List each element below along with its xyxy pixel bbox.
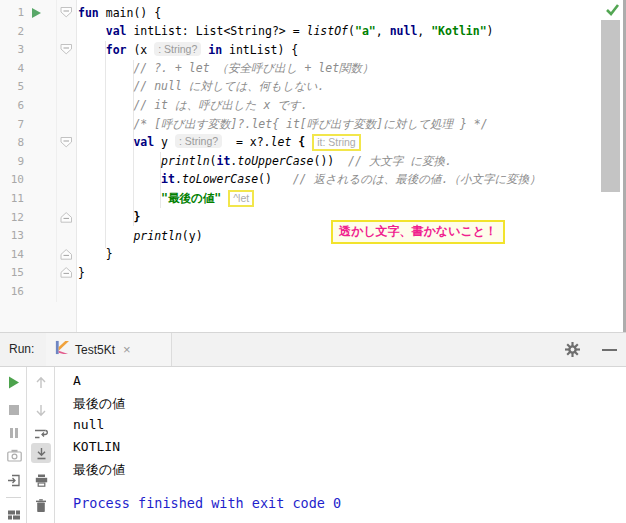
- fold-open-icon[interactable]: [60, 44, 78, 55]
- console-output-line: null: [73, 417, 104, 432]
- inlay-hint-highlighted[interactable]: ^let: [228, 190, 254, 207]
- code-text: println(it.toUpperCase()) // 大文字 に変換.: [78, 154, 452, 169]
- minimize-icon[interactable]: [602, 349, 617, 351]
- inlay-hint[interactable]: : String?: [175, 134, 222, 148]
- code-token: (y): [182, 229, 203, 243]
- kotlin-icon: [54, 340, 69, 359]
- code-line[interactable]: 15}: [0, 263, 600, 282]
- code-token: [78, 172, 161, 186]
- code-token: // 返されるのは、最後の値.（小文字に変換）: [293, 172, 541, 186]
- code-token: /* [呼び出す変数]?.let{ it[呼び出す変数]に対して処理 } */: [133, 117, 487, 131]
- trash-icon[interactable]: [31, 496, 51, 516]
- code-token: // 大文字 に変換.: [348, 154, 452, 168]
- code-line[interactable]: 2 val intList: List<String?> = listOf("a…: [0, 22, 600, 41]
- printer-icon[interactable]: [31, 470, 51, 490]
- code-token: }: [78, 247, 113, 261]
- code-token: [78, 24, 106, 38]
- code-token: [78, 135, 133, 149]
- code-token: }: [133, 210, 140, 224]
- fold-open-icon[interactable]: [60, 7, 78, 18]
- run-tab-label: Test5Kt: [75, 343, 115, 357]
- code-token: [78, 61, 133, 75]
- down-icon[interactable]: [31, 400, 51, 420]
- stop-icon[interactable]: [4, 400, 24, 420]
- code-token: let: [271, 135, 292, 149]
- code-token: ,: [417, 24, 431, 38]
- line-number: 4: [0, 62, 24, 75]
- code-token: ): [487, 24, 494, 38]
- code-text: val y : String? = x?.let { it: String: [78, 134, 361, 151]
- layout-icon[interactable]: [4, 505, 24, 523]
- code-text: println(y): [78, 229, 203, 243]
- code-line[interactable]: 13 println(y): [0, 226, 600, 245]
- scroll-to-end-icon[interactable]: [31, 443, 51, 463]
- up-icon[interactable]: [31, 372, 51, 392]
- code-token: (): [258, 172, 293, 186]
- code-line[interactable]: 8 val y : String? = x?.let { it: String: [0, 133, 600, 152]
- code-text: }: [78, 210, 140, 224]
- rerun-icon[interactable]: [4, 372, 24, 392]
- line-number: 8: [0, 136, 24, 149]
- run-line-icon[interactable]: [24, 7, 48, 19]
- code-token: // it は、呼び出した x です.: [133, 98, 307, 112]
- code-line[interactable]: 10 it.toLowerCase() // 返されるのは、最後の値.（小文字に…: [0, 170, 600, 189]
- code-line[interactable]: 9 println(it.toUpperCase()) // 大文字 に変換.: [0, 152, 600, 171]
- code-token: in: [208, 43, 222, 57]
- fold-open-icon[interactable]: [60, 137, 78, 148]
- pause-output-icon[interactable]: [4, 423, 24, 443]
- inlay-hint[interactable]: : String?: [154, 42, 201, 56]
- code-line[interactable]: 7 /* [呼び出す変数]?.let{ it[呼び出す変数]に対して処理 } *…: [0, 115, 600, 134]
- code-line[interactable]: 3 for (x : String? in intList) {: [0, 40, 600, 59]
- inlay-hint-highlighted[interactable]: it: String: [312, 134, 361, 151]
- run-console: A 最後の値 null KOTLIN 最後の値 Process finished…: [0, 367, 626, 523]
- line-number: 10: [0, 173, 24, 186]
- ide-window: 1fun main() {2 val intList: List<String?…: [0, 0, 626, 523]
- code-editor[interactable]: 1fun main() {2 val intList: List<String?…: [0, 0, 626, 332]
- code-line[interactable]: 14 }: [0, 245, 600, 264]
- code-token: intList) {: [222, 43, 298, 57]
- code-token: }: [78, 266, 85, 280]
- console-output-line: 最後の値: [73, 395, 125, 413]
- line-number: 2: [0, 25, 24, 38]
- code-line[interactable]: 6 // it は、呼び出した x です.: [0, 96, 600, 115]
- console-output-line: 最後の値: [73, 461, 125, 479]
- code-token: val: [106, 24, 127, 38]
- fold-close-icon[interactable]: [60, 267, 78, 278]
- code-line[interactable]: 16: [0, 282, 600, 301]
- code-line[interactable]: 5 // null に対しては、何もしない.: [0, 77, 600, 96]
- code-token: [78, 98, 133, 112]
- fold-close-icon[interactable]: [60, 249, 78, 260]
- code-text: for (x : String? in intList) {: [78, 42, 298, 57]
- inspection-check-icon[interactable]: [605, 2, 620, 20]
- code-token: [78, 210, 133, 224]
- code-token: // null に対しては、何もしない.: [133, 79, 324, 93]
- code-token: for: [106, 43, 127, 57]
- code-line[interactable]: 4 // ?. + let （安全呼び出し + let関数）: [0, 59, 600, 78]
- code-token: y: [154, 135, 175, 149]
- code-text: val intList: List<String?> = listOf("a",…: [78, 24, 494, 38]
- code-text: // ?. + let （安全呼び出し + let関数）: [78, 61, 374, 76]
- code-token: println: [133, 229, 181, 243]
- code-token: [78, 229, 133, 243]
- code-token: (x: [126, 43, 154, 57]
- line-number: 16: [0, 285, 24, 298]
- code-token: [78, 154, 161, 168]
- code-line[interactable]: 11 "最後の値" ^let: [0, 189, 600, 208]
- settings-icon[interactable]: [565, 342, 581, 358]
- editor-scrollbar[interactable]: [601, 20, 620, 192]
- soft-wrap-icon[interactable]: [31, 424, 51, 444]
- code-line[interactable]: 12 }: [0, 208, 600, 227]
- code-token: ()): [313, 154, 348, 168]
- run-tab-test5kt[interactable]: Test5Kt ×: [46, 333, 172, 366]
- run-panel-header: Run: Test5Kt ×: [0, 332, 626, 367]
- code-text: // null に対しては、何もしない.: [78, 79, 324, 94]
- line-number: 7: [0, 118, 24, 131]
- fold-close-icon[interactable]: [60, 212, 78, 223]
- code-token: (: [348, 24, 355, 38]
- exit-icon[interactable]: [4, 470, 24, 490]
- code-text: it.toLowerCase() // 返されるのは、最後の値.（小文字に変換）: [78, 172, 541, 187]
- close-icon[interactable]: ×: [123, 345, 131, 355]
- camera-icon[interactable]: [4, 445, 24, 465]
- watermark-warning-note: 透かし文字、書かないこと！: [331, 220, 505, 244]
- code-line[interactable]: 1fun main() {: [0, 3, 600, 22]
